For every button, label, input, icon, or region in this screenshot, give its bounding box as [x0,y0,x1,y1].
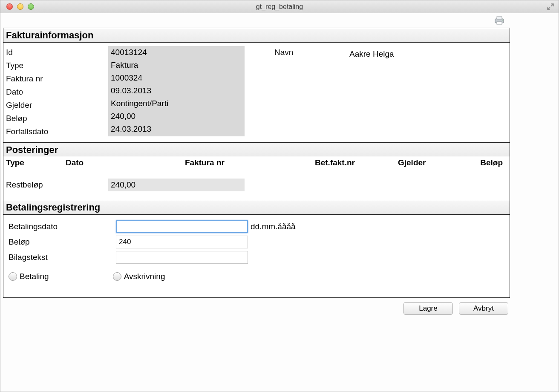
label-type: Type [6,61,108,70]
radio-betaling[interactable]: Betaling [9,272,49,281]
input-belop[interactable] [116,236,248,248]
value-gjelder: Kontingent/Parti [108,97,245,110]
label-navn: Navn [245,48,347,57]
col-belop: Beløp [475,158,507,167]
radio-dot-icon [113,272,121,281]
radio-row: Betaling Avskrivning [6,265,507,291]
section-header-info: Fakturainformasjon [3,28,510,43]
section-body-info: Id Type Faktura nr Dato Gjelder Beløp Fo… [3,43,510,142]
value-forfallsdato: 24.03.2013 [108,123,245,135]
label-gjelder: Gjelder [6,101,108,110]
row-belop: Beløp [6,234,507,250]
svg-rect-1 [497,17,502,19]
section-header-posteringer: Posteringer [3,143,510,157]
radio-avskrivning[interactable]: Avskrivning [113,272,165,281]
value-dato: 09.03.2013 [108,84,245,97]
value-faktura-nr: 1000324 [108,72,245,84]
label-id: Id [6,48,108,57]
svg-rect-2 [497,22,502,24]
content: Fakturainformasjon Id Type Faktura nr Da… [0,13,559,392]
row-betalingsdato: Betalingsdato dd.mm.åååå [6,219,507,234]
value-navn: Aakre Helga [347,48,507,61]
col-bet-fakt-nr: Bet.fakt.nr [315,158,398,167]
input-bilagstekst[interactable] [116,251,248,264]
label-bilagstekst: Bilagstekst [9,253,116,262]
label-betalingsdato: Betalingsdato [9,222,116,231]
label-dato: Dato [6,87,108,97]
avbryt-button[interactable]: Avbryt [459,302,508,315]
toolbar [3,16,556,28]
section-header-betaling: Betalingsregistrering [3,200,510,215]
radio-betaling-label: Betaling [20,272,49,281]
value-type: Faktura [108,59,245,72]
label-belop: Beløp [6,114,108,123]
input-betalingsdato[interactable] [116,220,248,233]
value-belop: 240,00 [108,110,245,123]
restbelop-row: Restbeløp 240,00 [3,172,510,200]
expand-icon[interactable] [547,3,554,11]
posteringer-columns: Type Dato Faktura nr Bet.fakt.nr Gjelder… [3,157,510,172]
window: gt_reg_betaling Fakturainformasjon [0,0,559,392]
lagre-button[interactable]: Lagre [403,302,453,315]
restbelop-value: 240,00 [108,179,245,191]
footer: Lagre Avbryt [3,298,510,315]
label-faktura-nr: Faktura nr [6,74,108,84]
col-faktura-nr: Faktura nr [185,158,315,167]
col-dato: Dato [66,158,185,167]
radio-dot-icon [9,272,17,281]
col-gjelder: Gjelder [398,158,475,167]
label-belop-form: Beløp [9,237,116,247]
row-bilagstekst: Bilagstekst [6,250,507,265]
radio-avskrivning-label: Avskrivning [124,272,165,281]
main-panel: Fakturainformasjon Id Type Faktura nr Da… [3,28,510,298]
label-forfallsdato: Forfallsdato [6,127,108,136]
hint-date-format: dd.mm.åååå [248,222,296,231]
svg-point-3 [502,20,503,20]
window-title: gt_reg_betaling [0,3,559,11]
col-type: Type [6,158,66,167]
value-id: 40013124 [108,46,245,59]
print-icon[interactable] [494,16,505,25]
section-body-betaling: Betalingsdato dd.mm.åååå Beløp Bilagstek… [3,215,510,297]
titlebar: gt_reg_betaling [0,0,559,13]
restbelop-label: Restbeløp [6,180,108,190]
